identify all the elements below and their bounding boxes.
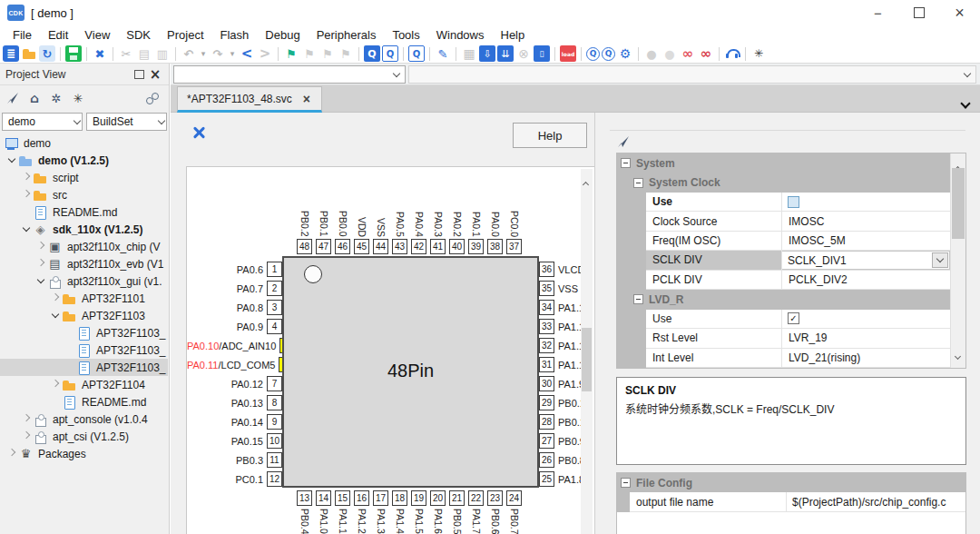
expand-arrow-icon[interactable] bbox=[5, 447, 18, 461]
expand-arrow-icon[interactable] bbox=[49, 292, 62, 306]
connect-button[interactable] bbox=[643, 44, 660, 63]
menu-item[interactable]: Windows bbox=[428, 28, 493, 42]
pin-number-box[interactable]: 3 bbox=[267, 300, 282, 315]
device-combobox[interactable] bbox=[173, 65, 406, 84]
pin-number-box[interactable]: 39 bbox=[468, 239, 484, 254]
expand-arrow-icon[interactable] bbox=[20, 171, 33, 185]
package-install-button[interactable] bbox=[479, 44, 495, 63]
scrollbar-thumb[interactable] bbox=[582, 328, 592, 391]
copy-button[interactable] bbox=[136, 44, 152, 63]
redo-button[interactable] bbox=[210, 44, 226, 63]
new-file-button[interactable] bbox=[3, 44, 19, 63]
expand-arrow-icon[interactable] bbox=[34, 240, 47, 254]
pin-number-box[interactable]: 47 bbox=[316, 239, 331, 254]
expand-arrow-icon[interactable] bbox=[20, 222, 33, 237]
expand-arrow-icon[interactable] bbox=[20, 430, 33, 444]
property-row[interactable]: LVD_R bbox=[617, 290, 950, 309]
property-value-cell[interactable]: IMOSC bbox=[782, 212, 950, 231]
pin-number-box[interactable]: 35 bbox=[539, 281, 554, 296]
pin-number-box[interactable]: 17 bbox=[373, 490, 388, 506]
pin-number-box[interactable]: 14 bbox=[316, 490, 331, 506]
pin-number-box[interactable]: 40 bbox=[449, 239, 465, 254]
config-value-cell[interactable]: $(ProjectPath)/src/chip_config.c bbox=[787, 492, 965, 512]
menu-item[interactable]: Peripherals bbox=[309, 28, 385, 42]
pin-number-box[interactable]: 31 bbox=[539, 357, 554, 372]
property-row[interactable]: System bbox=[617, 153, 950, 173]
tree-item[interactable]: APT32F1103 bbox=[0, 307, 168, 324]
scroll-down-icon[interactable] bbox=[956, 346, 960, 362]
property-group-header[interactable]: LVD_R bbox=[617, 290, 950, 309]
property-checkbox[interactable] bbox=[788, 196, 799, 208]
property-row[interactable]: Int Level LVD_21(rising) bbox=[617, 349, 950, 368]
pin-number-box[interactable]: 48 bbox=[297, 239, 312, 254]
property-value-cell[interactable]: PCLK_DIV2 bbox=[782, 271, 950, 290]
pin-number-box[interactable]: 11 bbox=[267, 452, 282, 468]
bookmark-prev-button[interactable] bbox=[301, 44, 318, 63]
find-in-files-button[interactable] bbox=[408, 44, 425, 63]
expand-arrow-icon[interactable] bbox=[5, 153, 18, 168]
tab-close-icon[interactable] bbox=[301, 94, 312, 104]
search-zoom-out-button[interactable] bbox=[602, 44, 615, 63]
pin-number-box[interactable]: 38 bbox=[487, 239, 503, 254]
property-row[interactable]: Use bbox=[617, 193, 950, 212]
property-grid-scrollbar[interactable] bbox=[950, 153, 965, 368]
expand-arrow-icon[interactable] bbox=[49, 309, 62, 323]
menu-item[interactable]: Debug bbox=[257, 28, 308, 42]
open-folder-button[interactable] bbox=[21, 44, 37, 63]
pin-number-box[interactable]: 45 bbox=[354, 239, 369, 254]
chain-button[interactable] bbox=[144, 90, 161, 106]
menu-item[interactable]: Project bbox=[159, 28, 211, 42]
link-button[interactable] bbox=[680, 44, 696, 63]
pin-number-box[interactable]: 25 bbox=[539, 471, 554, 487]
link-break-button[interactable] bbox=[698, 44, 714, 63]
navigate-forward-button[interactable] bbox=[257, 44, 273, 63]
expand-arrow-icon[interactable] bbox=[34, 257, 47, 272]
tree-item[interactable]: src bbox=[0, 186, 168, 203]
tree-item[interactable]: apt32f110x_evb (V1 bbox=[0, 255, 168, 272]
expand-arrow-icon[interactable] bbox=[49, 378, 62, 392]
chip-view-scrollbar[interactable] bbox=[581, 169, 593, 534]
tree-item[interactable]: apt32f110x_chip (V bbox=[0, 238, 168, 255]
pin-number-box[interactable]: 16 bbox=[354, 490, 369, 506]
property-row[interactable]: Use bbox=[617, 310, 950, 329]
remote-debug-button[interactable] bbox=[724, 44, 740, 63]
pin-number-box[interactable]: 29 bbox=[539, 395, 554, 410]
pin-number-box[interactable]: 10 bbox=[267, 433, 282, 449]
file-config-row[interactable]: output file name $(ProjectPath)/src/chip… bbox=[617, 492, 965, 512]
pin-number-box[interactable]: 36 bbox=[539, 262, 554, 277]
tree-item[interactable]: APT32F1103_ bbox=[0, 324, 168, 341]
property-row[interactable]: SCLK DIV SCLK_DIV1 bbox=[617, 251, 950, 270]
pin-number-box[interactable]: 46 bbox=[335, 239, 350, 254]
tree-item[interactable]: apt_csi (V1.2.5) bbox=[0, 428, 168, 445]
menu-item[interactable]: Help bbox=[493, 28, 534, 42]
property-value-cell[interactable]: SCLK_DIV1 bbox=[782, 251, 950, 270]
close-button[interactable] bbox=[939, 0, 980, 25]
bookmark-clear-button[interactable] bbox=[338, 44, 354, 63]
bookmark-next-button[interactable] bbox=[319, 44, 336, 63]
collapse-icon[interactable] bbox=[621, 158, 631, 168]
menu-item[interactable]: Tools bbox=[384, 28, 427, 42]
property-group-header[interactable]: System Clock bbox=[617, 173, 950, 192]
scrollbar-thumb[interactable] bbox=[952, 168, 965, 239]
pin-number-box[interactable]: 26 bbox=[539, 452, 554, 468]
property-value-cell[interactable]: IMOSC_5M bbox=[782, 232, 950, 251]
package-cancel-button[interactable] bbox=[515, 44, 532, 63]
expand-arrow-icon[interactable] bbox=[34, 274, 47, 289]
pin-number-box[interactable]: 30 bbox=[539, 376, 554, 391]
pin-number-box[interactable]: 13 bbox=[297, 490, 312, 506]
property-dropdown[interactable]: SCLK_DIV1 bbox=[782, 252, 949, 269]
tree-item[interactable]: sdk_110x (V1.2.5) bbox=[0, 221, 168, 238]
tree-item[interactable]: demo bbox=[0, 134, 168, 152]
pin-number-box[interactable]: 8 bbox=[267, 395, 282, 410]
connect-alt-button[interactable] bbox=[662, 44, 678, 63]
project-combobox[interactable]: demo bbox=[2, 113, 83, 131]
property-row[interactable]: Rst Level LVR_19 bbox=[617, 329, 950, 348]
pin-number-box[interactable]: 24 bbox=[506, 490, 522, 506]
debug-hunt-button[interactable] bbox=[750, 44, 767, 63]
cut-button[interactable] bbox=[118, 44, 134, 63]
menu-item[interactable]: SDK bbox=[118, 28, 159, 42]
pin-number-box[interactable]: 20 bbox=[430, 490, 446, 506]
pin-number-box[interactable]: 7 bbox=[267, 376, 282, 391]
property-row[interactable]: Freq(IM OSC) IMOSC_5M bbox=[617, 232, 950, 251]
tree-item[interactable]: APT32F1103_ bbox=[0, 359, 168, 376]
